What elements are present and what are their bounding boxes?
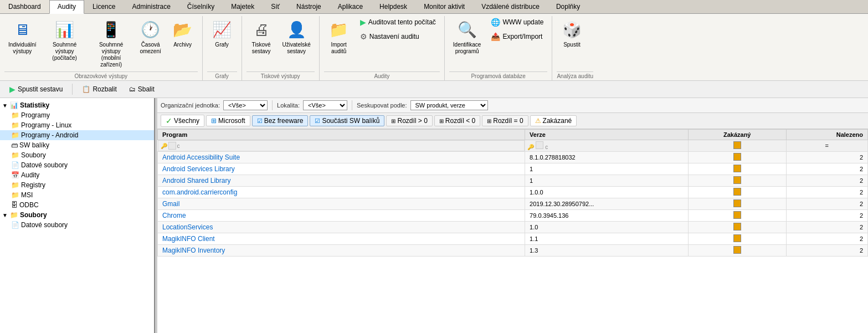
tree-item-sw-baliky[interactable]: 🗃 SW balíky <box>0 140 154 150</box>
btn-spustit[interactable]: 🎲 Spustit <box>557 16 587 50</box>
program-link[interactable]: MagikINFO Client <box>162 235 215 243</box>
cell-nalezeno: 2 <box>786 233 867 245</box>
tab-monitor-aktivit[interactable]: Monitor aktivit <box>415 0 473 13</box>
program-link[interactable]: com.android.carrierconfig <box>162 188 237 196</box>
btn-grafy[interactable]: 📈 Grafy <box>207 16 237 50</box>
btn-spustit-sestavu[interactable]: ▶ Spustit sestavu <box>4 83 68 95</box>
filter-cell-verze[interactable]: 🔑 c <box>525 140 689 152</box>
filter-btn-rozdil-gt[interactable]: ⊞ Rozdíl > 0 <box>386 115 432 126</box>
filter-text-program: c <box>177 143 180 149</box>
monitor-icon: 🖥 <box>11 18 33 40</box>
tab-aplikace[interactable]: Aplikace <box>330 0 371 13</box>
btn-www[interactable]: 🌐 WWW update <box>487 16 547 28</box>
filter-cell-nalezeno[interactable]: = <box>786 140 867 152</box>
tree-label-datove-soubory: Datové soubory <box>21 161 68 169</box>
th-program[interactable]: Program <box>158 130 525 140</box>
btn-export[interactable]: 📤 Export/Import <box>487 30 547 43</box>
cell-verze: 1 <box>525 163 689 175</box>
tree-item-soubory-root[interactable]: ▼ 📁 Soubory <box>0 210 154 220</box>
program-link[interactable]: Chrome <box>162 212 186 219</box>
ribbon-group-label-analyza: Analýza auditu <box>557 71 593 80</box>
tree-item-soubory[interactable]: 📁 Soubory <box>0 150 154 160</box>
tab-dashboard[interactable]: Dashboard <box>0 0 49 13</box>
tab-audity[interactable]: Audity <box>49 0 84 14</box>
cell-program: com.android.carrierconfig <box>158 187 525 198</box>
tab-nastroje[interactable]: Nástroje <box>288 0 330 13</box>
btn-sbalit[interactable]: 🗂 Sbalit <box>124 84 160 95</box>
tree-item-programy[interactable]: 📁 Programy <box>0 110 154 120</box>
th-nalezeno[interactable]: Nalezeno <box>786 130 867 140</box>
lok-select[interactable]: <Vše> <box>303 100 347 110</box>
program-link[interactable]: Android Accessibility Suite <box>162 153 240 161</box>
filter-cell-program[interactable]: 🔑 c <box>158 140 525 151</box>
btn-individualni[interactable]: 🖥 Individuálnívýstupy <box>4 16 40 57</box>
tree-item-registry[interactable]: 📁 Registry <box>0 180 154 190</box>
export-icon: 📤 <box>491 32 500 41</box>
tab-majetek[interactable]: Majetek <box>223 0 263 13</box>
program-link[interactable]: Android Shared Library <box>162 177 230 185</box>
filter-btn-rozdil-lt-label: Rozdíl < 0 <box>445 117 475 125</box>
tree-item-programy-linux[interactable]: 📁 Programy - Linux <box>0 120 154 130</box>
tab-licence[interactable]: Licence <box>84 0 124 13</box>
btn-identifikace[interactable]: 🔍 Identifikaceprogramů <box>449 16 485 57</box>
cell-nalezeno: 2 <box>786 210 867 222</box>
tree-label-sw-baliky: SW balíky <box>19 141 49 149</box>
audit-actions: ▶ Auditovat tento počítač ⚙ Nastavení au… <box>356 16 440 43</box>
folder-icon-registry: 📁 <box>11 181 19 189</box>
th-zakazany[interactable]: Zakázaný <box>688 130 786 140</box>
ribbon-group-items-tiskove: 🖨 Tiskovésestavy 👤 Uživatelskésestavy <box>246 16 315 70</box>
search-icon: 🔍 <box>456 18 478 40</box>
filter-btn-microsoft[interactable]: ⊞ Microsoft <box>206 115 250 126</box>
swpack-icon: 🗃 <box>11 141 18 149</box>
program-link[interactable]: LocationServices <box>162 223 213 231</box>
folder-icon-programy: 📁 <box>11 111 19 119</box>
data-table: Program Verze Zakázaný Nalezeno 🔑 c <box>157 129 868 333</box>
program-link[interactable]: Gmail <box>162 200 179 208</box>
tree-item-datove-soubory-2[interactable]: 📄 Datové soubory <box>0 220 154 230</box>
tab-administrace[interactable]: Administrace <box>124 0 178 13</box>
filter-btn-soucasti[interactable]: ☑ Součásti SW balíků <box>310 115 384 126</box>
tab-doplnky[interactable]: Doplňky <box>548 0 588 13</box>
print-icon: 🖨 <box>250 18 273 40</box>
btn-rozbalit[interactable]: 📋 Rozbalit <box>77 84 121 95</box>
th-verze[interactable]: Verze <box>525 130 689 140</box>
btn-souhrnne-pc[interactable]: 📊 Souhrnné výstupy(počítače) <box>43 16 87 64</box>
filter-btn-vsechny[interactable]: ✓ Všechny <box>161 115 204 127</box>
btn-nastaveni[interactable]: ⚙ Nastavení auditu <box>356 30 440 43</box>
btn-tiskove-label: Tiskovésestavy <box>252 42 271 55</box>
btn-souhrnne-mob[interactable]: 📱 Souhrnné výstupy(mobilní zařízení) <box>89 16 133 70</box>
tab-vzdálené-distribuce[interactable]: Vzdálené distribuce <box>473 0 548 13</box>
tab-ciselníky[interactable]: Číselníky <box>179 0 223 13</box>
tree-item-datove-soubory[interactable]: 📄 Datové soubory <box>0 160 154 170</box>
tree-item-odbc[interactable]: 🗄 ODBC <box>0 200 154 210</box>
btn-import[interactable]: 📁 Importauditů <box>324 16 354 57</box>
btn-archivy[interactable]: 📂 Archivy <box>168 16 198 50</box>
filter-btn-rozdil-lt[interactable]: ⊞ Rozdíl < 0 <box>434 115 480 126</box>
doc-icon-datove: 📄 <box>11 161 19 169</box>
program-link[interactable]: Android Services Library <box>162 165 235 173</box>
group-select[interactable]: SW produkt, verze <box>410 100 488 110</box>
btn-auditovat[interactable]: ▶ Auditovat tento počítač <box>356 16 440 28</box>
filter-btn-rozdil-eq[interactable]: ⊞ Rozdíl = 0 <box>482 115 528 126</box>
btn-tiskove[interactable]: 🖨 Tiskovésestavy <box>246 16 276 57</box>
tab-sit[interactable]: Síť <box>263 0 288 13</box>
tab-helpdesk[interactable]: Helpdesk <box>371 0 415 13</box>
filter-btn-bez-freeware[interactable]: ☑ Bez freeware <box>252 115 309 126</box>
cell-program: MagikINFO Client <box>158 233 525 245</box>
ribbon-group-items: 🖥 Individuálnívýstupy 📊 Souhrnné výstupy… <box>4 16 198 70</box>
tree-item-programy-android[interactable]: 📁 Programy - Android <box>0 130 154 140</box>
tree-label-audity: Audity <box>21 171 39 179</box>
tree-item-statistiky[interactable]: ▼ 📊 Statistiky <box>0 100 154 110</box>
tree-item-msi[interactable]: 📁 MSI <box>0 190 154 200</box>
check-icon: ✓ <box>166 116 172 125</box>
org-select[interactable]: <Vše> <box>223 100 268 110</box>
program-link[interactable]: MagikINFO Inventory <box>162 247 225 254</box>
filter-btn-zakazane[interactable]: ⚠ Zakázané <box>530 115 577 126</box>
ribbon-group-audity: 📁 Importauditů ▶ Auditovat tento počítač… <box>320 16 445 80</box>
btn-casova[interactable]: 🕐 Časováomezení <box>136 16 166 57</box>
table-row: Android Shared Library 1 2 <box>158 175 868 187</box>
filter-cell-zakazany[interactable] <box>688 140 786 152</box>
chart-icon: 📈 <box>211 18 233 40</box>
btn-uzivatelske[interactable]: 👤 Uživatelskésestavy <box>279 16 315 57</box>
tree-item-audity[interactable]: 📅 Audity <box>0 170 154 180</box>
